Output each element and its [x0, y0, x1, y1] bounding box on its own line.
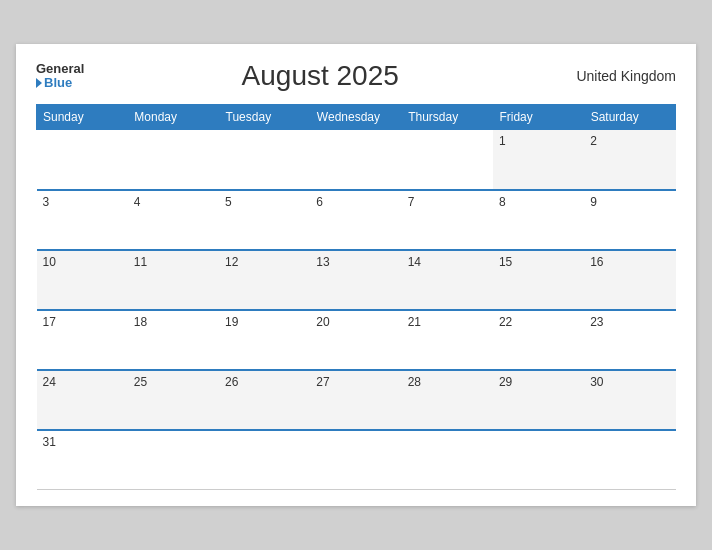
calendar-week-row: 31	[37, 430, 676, 490]
day-number: 9	[590, 195, 669, 209]
calendar-day-cell: 11	[128, 250, 219, 310]
day-number: 18	[134, 315, 213, 329]
calendar-day-cell: 8	[493, 190, 584, 250]
calendar-day-cell: 4	[128, 190, 219, 250]
day-number: 11	[134, 255, 213, 269]
calendar-header: General Blue August 2025 United Kingdom	[36, 60, 676, 92]
calendar-day-cell: 27	[310, 370, 401, 430]
calendar-day-cell: 28	[402, 370, 493, 430]
calendar-day-cell: 6	[310, 190, 401, 250]
day-number: 10	[43, 255, 122, 269]
day-number: 16	[590, 255, 669, 269]
calendar-title: August 2025	[84, 60, 556, 92]
calendar-week-row: 3456789	[37, 190, 676, 250]
day-number: 21	[408, 315, 487, 329]
day-number: 7	[408, 195, 487, 209]
calendar-day-cell: 29	[493, 370, 584, 430]
day-number: 27	[316, 375, 395, 389]
calendar-day-cell: 9	[584, 190, 675, 250]
day-number: 8	[499, 195, 578, 209]
calendar-container: General Blue August 2025 United Kingdom …	[16, 44, 696, 506]
calendar-day-cell: 5	[219, 190, 310, 250]
calendar-day-cell: 30	[584, 370, 675, 430]
header-saturday: Saturday	[584, 105, 675, 130]
day-number: 29	[499, 375, 578, 389]
day-number: 2	[590, 134, 669, 148]
calendar-day-cell: 25	[128, 370, 219, 430]
day-number: 28	[408, 375, 487, 389]
calendar-day-cell: 2	[584, 130, 675, 190]
logo-blue-text: Blue	[36, 76, 72, 90]
day-number: 15	[499, 255, 578, 269]
calendar-day-cell	[219, 430, 310, 490]
header-wednesday: Wednesday	[310, 105, 401, 130]
calendar-day-cell	[128, 430, 219, 490]
calendar-day-cell	[310, 130, 401, 190]
day-number: 25	[134, 375, 213, 389]
calendar-day-cell: 15	[493, 250, 584, 310]
header-friday: Friday	[493, 105, 584, 130]
calendar-day-cell: 31	[37, 430, 128, 490]
day-number: 3	[43, 195, 122, 209]
day-number: 20	[316, 315, 395, 329]
calendar-week-row: 24252627282930	[37, 370, 676, 430]
day-number: 19	[225, 315, 304, 329]
day-number: 17	[43, 315, 122, 329]
calendar-day-cell	[493, 430, 584, 490]
calendar-day-cell: 3	[37, 190, 128, 250]
header-sunday: Sunday	[37, 105, 128, 130]
day-number: 14	[408, 255, 487, 269]
calendar-day-cell: 1	[493, 130, 584, 190]
calendar-day-cell: 17	[37, 310, 128, 370]
logo-general-text: General	[36, 62, 84, 76]
day-number: 22	[499, 315, 578, 329]
day-number: 12	[225, 255, 304, 269]
calendar-week-row: 10111213141516	[37, 250, 676, 310]
day-number: 24	[43, 375, 122, 389]
day-number: 31	[43, 435, 122, 449]
calendar-day-cell: 23	[584, 310, 675, 370]
day-number: 26	[225, 375, 304, 389]
calendar-day-cell: 20	[310, 310, 401, 370]
calendar-day-cell: 18	[128, 310, 219, 370]
region-label: United Kingdom	[556, 68, 676, 84]
calendar-day-cell: 10	[37, 250, 128, 310]
logo-triangle-icon	[36, 78, 42, 88]
calendar-day-cell	[219, 130, 310, 190]
calendar-day-cell: 12	[219, 250, 310, 310]
calendar-day-cell: 24	[37, 370, 128, 430]
calendar-day-cell	[37, 130, 128, 190]
logo-area: General Blue	[36, 62, 84, 91]
day-number: 23	[590, 315, 669, 329]
day-number: 1	[499, 134, 578, 148]
calendar-table: Sunday Monday Tuesday Wednesday Thursday…	[36, 104, 676, 490]
calendar-day-cell: 26	[219, 370, 310, 430]
calendar-day-cell	[128, 130, 219, 190]
header-tuesday: Tuesday	[219, 105, 310, 130]
calendar-day-cell: 21	[402, 310, 493, 370]
calendar-week-row: 12	[37, 130, 676, 190]
calendar-day-cell	[310, 430, 401, 490]
header-monday: Monday	[128, 105, 219, 130]
calendar-day-cell	[402, 430, 493, 490]
weekday-header-row: Sunday Monday Tuesday Wednesday Thursday…	[37, 105, 676, 130]
calendar-day-cell	[584, 430, 675, 490]
calendar-day-cell	[402, 130, 493, 190]
day-number: 13	[316, 255, 395, 269]
calendar-day-cell: 13	[310, 250, 401, 310]
day-number: 5	[225, 195, 304, 209]
day-number: 30	[590, 375, 669, 389]
calendar-day-cell: 19	[219, 310, 310, 370]
calendar-week-row: 17181920212223	[37, 310, 676, 370]
calendar-day-cell: 16	[584, 250, 675, 310]
calendar-day-cell: 14	[402, 250, 493, 310]
calendar-day-cell: 22	[493, 310, 584, 370]
calendar-day-cell: 7	[402, 190, 493, 250]
day-number: 4	[134, 195, 213, 209]
day-number: 6	[316, 195, 395, 209]
header-thursday: Thursday	[402, 105, 493, 130]
